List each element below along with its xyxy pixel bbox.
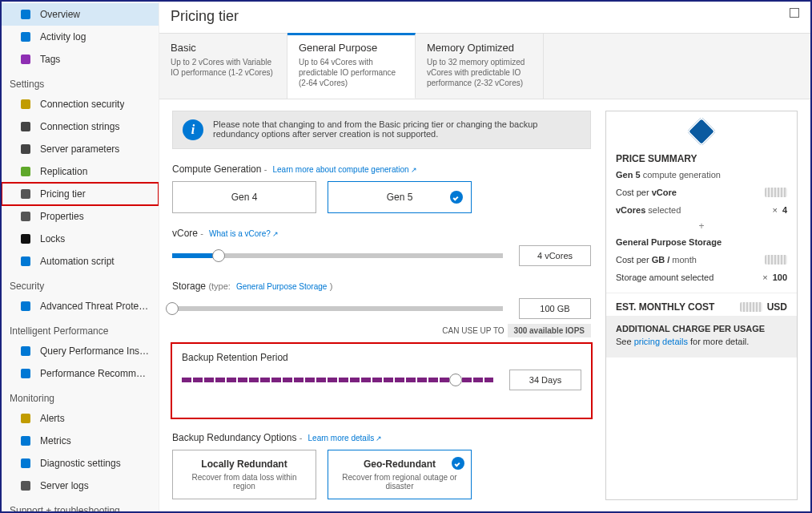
lock-icon	[19, 232, 32, 245]
storage-label: Storage (type: General Purpose Storage )	[172, 281, 591, 292]
sidebar-item-label: Replication	[40, 166, 87, 177]
gear-icon	[19, 143, 32, 156]
svg-rect-9	[21, 234, 30, 244]
check-icon	[452, 457, 464, 470]
vcore-label: vCore - What is a vCore?	[172, 228, 591, 239]
sidebar-item-label: Metrics	[40, 435, 71, 446]
tab-memory-optimized[interactable]: Memory OptimizedUp to 32 memory optimize…	[416, 34, 544, 99]
svg-rect-13	[21, 369, 30, 378]
compute-generation-link[interactable]: Learn more about compute generation	[272, 165, 416, 174]
vcore-slider-thumb[interactable]	[212, 249, 225, 262]
diag-icon	[19, 457, 32, 470]
svg-rect-14	[21, 414, 30, 423]
svg-rect-10	[21, 256, 30, 266]
tab-general-purpose[interactable]: General PurposeUp to 64 vCores with pred…	[287, 33, 416, 99]
sidebar-item-activity[interactable]: Activity log	[2, 26, 159, 48]
vcore-slider[interactable]	[172, 248, 503, 264]
vcore-link[interactable]: What is a vCore?	[209, 229, 279, 238]
sidebar-group-title: Monitoring	[2, 385, 159, 407]
shield-icon	[19, 98, 32, 111]
link-icon	[19, 120, 32, 133]
redundancy-option-geo-redundant[interactable]: Geo-RedundantRecover from regional outag…	[328, 450, 472, 499]
sidebar-item-params[interactable]: Server parameters	[2, 138, 159, 160]
sidebar-item-diag[interactable]: Diagnostic settings	[2, 452, 159, 475]
sidebar-item-props[interactable]: Properties	[2, 205, 159, 228]
compute-option-gen-4[interactable]: Gen 4	[172, 181, 316, 213]
sidebar-item-qpi[interactable]: Query Performance Insight (...	[2, 340, 159, 362]
chart-icon	[19, 345, 32, 357]
storage-slider[interactable]	[172, 301, 503, 317]
sidebar-item-locks[interactable]: Locks	[2, 228, 159, 250]
tab-title: General Purpose	[299, 42, 404, 54]
sidebar-item-metrics[interactable]: Metrics	[2, 430, 159, 452]
sidebar-item-auto[interactable]: Automation script	[2, 250, 159, 273]
sidebar-item-label: Connection strings	[40, 121, 119, 132]
info-text: Please note that changing to and from th…	[213, 119, 581, 139]
sidebar-group-title: Support + troubleshooting	[2, 497, 159, 511]
tab-basic[interactable]: BasicUp to 2 vCores with Variable IO per…	[159, 34, 287, 99]
tab-subtitle: Up to 32 memory optimized vCores with pr…	[427, 57, 532, 88]
svg-rect-6	[21, 167, 30, 176]
price-summary-panel: PRICE SUMMARY Gen 5 compute generation C…	[605, 111, 798, 500]
redundancy-option-locally-redundant[interactable]: Locally RedundantRecover from data loss …	[172, 450, 316, 499]
sidebar-item-alerts[interactable]: Alerts	[2, 407, 159, 430]
sidebar-item-label: Alerts	[40, 413, 65, 424]
properties-icon	[19, 210, 32, 223]
sidebar-item-label: Activity log	[40, 31, 86, 42]
sidebar-item-label: Server logs	[40, 480, 89, 491]
sidebar-item-tags[interactable]: Tags	[2, 48, 159, 71]
sidebar-item-atp[interactable]: Advanced Threat Protection (...	[2, 295, 159, 317]
sidebar-item-connsec[interactable]: Connection security	[2, 93, 159, 115]
page-title: Pricing tier	[171, 8, 239, 25]
header: Pricing tier	[159, 2, 810, 33]
sidebar-item-label: Tags	[40, 54, 60, 65]
sidebar-item-connstr[interactable]: Connection strings	[2, 115, 159, 138]
info-banner: i Please note that changing to and from …	[172, 111, 591, 149]
sidebar-item-repl[interactable]: Replication	[2, 160, 159, 183]
svg-rect-2	[21, 55, 30, 64]
svg-rect-17	[21, 481, 30, 491]
additional-charge-section: ADDITIONAL CHARGE PER USAGE See pricing …	[606, 316, 797, 357]
storage-slider-thumb[interactable]	[166, 302, 179, 315]
sidebar-item-logs[interactable]: Server logs	[2, 475, 159, 497]
redundancy-options: Locally RedundantRecover from data loss …	[172, 450, 591, 499]
sidebar-item-overview[interactable]: Overview	[2, 3, 159, 26]
script-icon	[19, 255, 32, 268]
sidebar-item-label: Automation script	[40, 256, 115, 267]
sidebar-item-label: Overview	[40, 9, 80, 20]
sidebar-group-title: Settings	[2, 71, 159, 93]
sidebar-item-perf[interactable]: Performance Recommendatio...	[2, 362, 159, 385]
redundancy-label: Backup Redundancy Options - Learn more d…	[172, 432, 591, 443]
tab-subtitle: Up to 64 vCores with predictable IO perf…	[299, 57, 404, 88]
tags-icon	[19, 53, 32, 66]
storage-type-link[interactable]: General Purpose Storage	[236, 282, 327, 291]
svg-rect-3	[21, 99, 30, 109]
sidebar-item-label: Performance Recommendatio...	[40, 368, 151, 379]
metrics-icon	[19, 434, 32, 447]
sidebar-item-label: Query Performance Insight (...	[40, 345, 151, 357]
info-icon: i	[183, 119, 203, 140]
backup-retention-thumb[interactable]	[449, 374, 462, 386]
storage-value: 100 GB	[519, 298, 591, 319]
svg-rect-0	[21, 10, 30, 19]
backup-retention-slider[interactable]	[182, 372, 493, 388]
tab-subtitle: Up to 2 vCores with Variable IO performa…	[171, 57, 275, 78]
svg-rect-15	[21, 436, 30, 446]
redundancy-subtitle: Recover from data loss within region	[183, 473, 306, 491]
redundancy-title: Locally Redundant	[183, 458, 306, 470]
redundancy-link[interactable]: Learn more details	[308, 434, 383, 442]
compute-option-gen-5[interactable]: Gen 5	[328, 181, 472, 213]
redacted-cost-icon	[740, 302, 762, 312]
maximize-icon[interactable]	[790, 8, 799, 18]
vcore-value: 4 vCores	[519, 245, 591, 266]
redundancy-title: Geo-Redundant	[338, 458, 461, 470]
sidebar-item-pricing[interactable]: Pricing tier	[2, 183, 159, 205]
svg-rect-16	[21, 458, 30, 468]
backup-retention-value: 34 Days	[509, 370, 581, 390]
svg-rect-5	[21, 144, 30, 154]
backup-retention-section: Backup Retention Period 34 Days	[172, 344, 591, 418]
service-logo	[606, 111, 797, 148]
shield2-icon	[19, 300, 32, 313]
pricing-details-link[interactable]: pricing details	[634, 337, 688, 346]
tab-title: Memory Optimized	[427, 42, 532, 54]
